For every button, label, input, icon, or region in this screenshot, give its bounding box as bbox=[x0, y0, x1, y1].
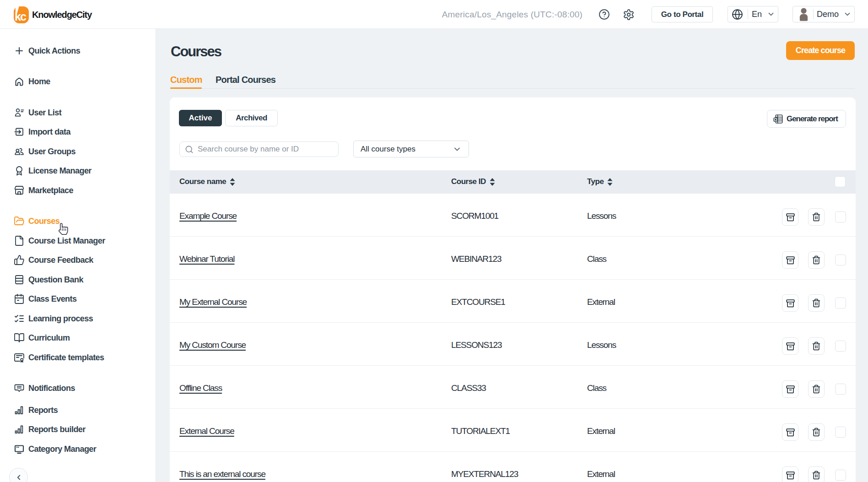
svg-text:kc: kc bbox=[15, 10, 27, 23]
